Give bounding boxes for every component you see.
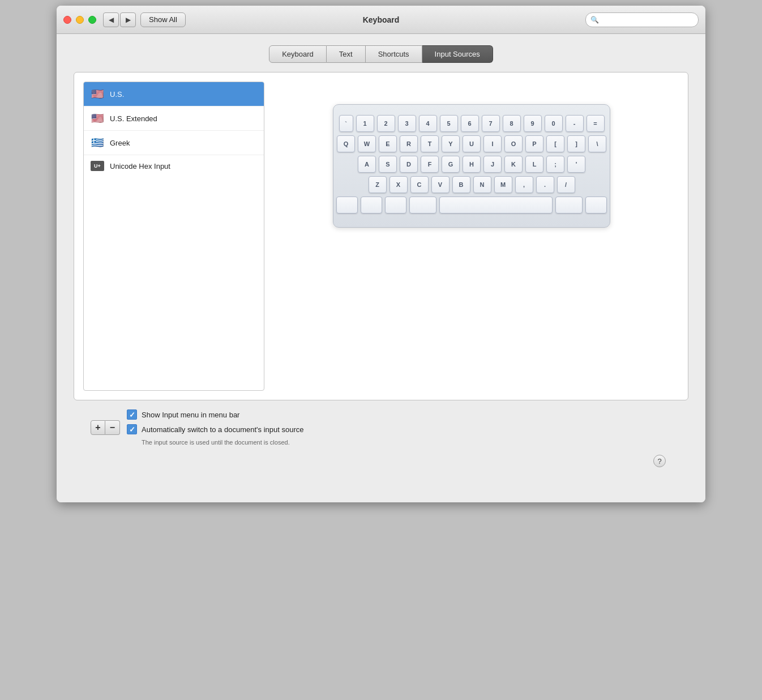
remove-source-button[interactable]: −: [105, 420, 120, 435]
input-source-unicode[interactable]: U+ Unicode Hex Input: [84, 155, 264, 177]
key-t: T: [421, 135, 439, 152]
key-ctrl: [361, 197, 382, 214]
tab-text[interactable]: Text: [327, 45, 366, 63]
key-b: B: [452, 176, 470, 193]
input-source-us[interactable]: 🇺🇸 U.S.: [84, 82, 264, 106]
search-input[interactable]: [602, 16, 693, 24]
key-6: 6: [461, 115, 479, 132]
key-m: M: [494, 176, 512, 193]
key-v: V: [431, 176, 450, 193]
input-source-us-extended[interactable]: 🇺🇸 U.S. Extended: [84, 106, 264, 131]
key-r: R: [400, 135, 418, 152]
key-s: S: [379, 156, 397, 173]
key-slash: /: [557, 176, 575, 193]
key-semicolon: ;: [546, 156, 564, 173]
key-k: K: [504, 156, 523, 173]
search-icon: 🔍: [590, 16, 599, 24]
show-input-menu-label: Show Input menu in menu bar: [142, 411, 239, 419]
greek-flag-icon: 🇬🇷: [91, 136, 104, 149]
key-j: J: [483, 156, 502, 173]
checkboxes-area: Show Input menu in menu bar Automaticall…: [127, 409, 671, 446]
nav-buttons: ◀ ▶: [103, 12, 136, 27]
auto-switch-checkbox[interactable]: [127, 424, 137, 434]
key-3: 3: [398, 115, 416, 132]
key-period: .: [536, 176, 554, 193]
unicode-label: Unicode Hex Input: [110, 162, 170, 170]
unicode-icon: U+: [91, 161, 104, 171]
close-button[interactable]: [63, 16, 71, 24]
key-e: E: [379, 135, 397, 152]
key-8: 8: [503, 115, 521, 132]
key-lbracket: [: [546, 135, 564, 152]
key-row-space: [345, 197, 598, 214]
main-panel: 🇺🇸 U.S. 🇺🇸 U.S. Extended 🇬🇷 Greek U+ Uni…: [74, 72, 688, 400]
key-equals: =: [587, 115, 605, 132]
keyboard-window: ◀ ▶ Show All Keyboard 🔍 Keyboard Text Sh…: [57, 6, 705, 502]
key-p: P: [525, 135, 543, 152]
key-5: 5: [440, 115, 458, 132]
add-source-button[interactable]: +: [91, 420, 105, 435]
key-alt: [385, 197, 406, 214]
key-row-asdf: A S D F G H J K L ; ': [345, 156, 598, 173]
key-9: 9: [524, 115, 542, 132]
keyboard-visual: ` 1 2 3 4 5 6 7 8 9 0 - =: [333, 104, 610, 228]
key-rbracket: ]: [567, 135, 585, 152]
footer-area: ?: [74, 455, 688, 485]
key-fn: [336, 197, 358, 214]
key-row-zxcv: Z X C V B N M , . /: [345, 176, 598, 193]
us-flag-icon: 🇺🇸: [91, 88, 104, 100]
maximize-button[interactable]: [88, 16, 96, 24]
key-z: Z: [369, 176, 387, 193]
us-extended-flag-icon: 🇺🇸: [91, 112, 104, 125]
key-a: A: [358, 156, 376, 173]
key-g: G: [442, 156, 460, 173]
key-backtick: `: [339, 115, 353, 132]
search-box[interactable]: 🔍: [585, 12, 699, 27]
add-remove-buttons: + −: [91, 420, 120, 435]
tab-keyboard[interactable]: Keyboard: [269, 45, 327, 63]
hint-text: The input source is used until the docum…: [142, 439, 671, 446]
key-4: 4: [419, 115, 437, 132]
help-button[interactable]: ?: [653, 455, 666, 467]
auto-switch-row: Automatically switch to a document's inp…: [127, 424, 671, 434]
key-w: W: [358, 135, 376, 152]
tabs-bar: Keyboard Text Shortcuts Input Sources: [74, 45, 688, 63]
show-input-menu-checkbox[interactable]: [127, 409, 137, 420]
key-o: O: [504, 135, 523, 152]
key-0: 0: [545, 115, 563, 132]
key-d: D: [400, 156, 418, 173]
key-cmd-left: [409, 197, 436, 214]
greek-label: Greek: [110, 139, 130, 147]
key-i: I: [483, 135, 502, 152]
input-sources-list: 🇺🇸 U.S. 🇺🇸 U.S. Extended 🇬🇷 Greek U+ Uni…: [83, 82, 264, 391]
show-all-button[interactable]: Show All: [140, 12, 186, 27]
key-space: [439, 197, 553, 214]
key-x: X: [389, 176, 408, 193]
minimize-button[interactable]: [76, 16, 84, 24]
forward-button[interactable]: ▶: [120, 12, 136, 27]
key-cmd-right: [555, 197, 583, 214]
key-1: 1: [356, 115, 374, 132]
key-row-numbers: ` 1 2 3 4 5 6 7 8 9 0 - =: [345, 115, 598, 132]
key-l: L: [525, 156, 543, 173]
key-n: N: [473, 176, 491, 193]
auto-switch-label: Automatically switch to a document's inp…: [142, 425, 303, 434]
input-source-greek[interactable]: 🇬🇷 Greek: [84, 131, 264, 155]
traffic-lights: [63, 16, 96, 24]
key-2: 2: [377, 115, 395, 132]
back-button[interactable]: ◀: [103, 12, 119, 27]
key-h: H: [463, 156, 481, 173]
key-dash: -: [566, 115, 584, 132]
tab-shortcuts[interactable]: Shortcuts: [366, 45, 422, 63]
title-bar: ◀ ▶ Show All Keyboard 🔍: [57, 6, 705, 34]
tab-input-sources[interactable]: Input Sources: [422, 45, 493, 63]
key-q: Q: [337, 135, 355, 152]
key-u: U: [463, 135, 481, 152]
show-input-menu-row: Show Input menu in menu bar: [127, 409, 671, 420]
key-alt-right: [585, 197, 607, 214]
key-f: F: [421, 156, 439, 173]
bottom-controls: + − Show Input menu in menu bar Automati…: [74, 400, 688, 455]
key-7: 7: [482, 115, 500, 132]
us-label: U.S.: [110, 90, 124, 99]
key-row-qwerty: Q W E R T Y U I O P [ ] \: [345, 135, 598, 152]
